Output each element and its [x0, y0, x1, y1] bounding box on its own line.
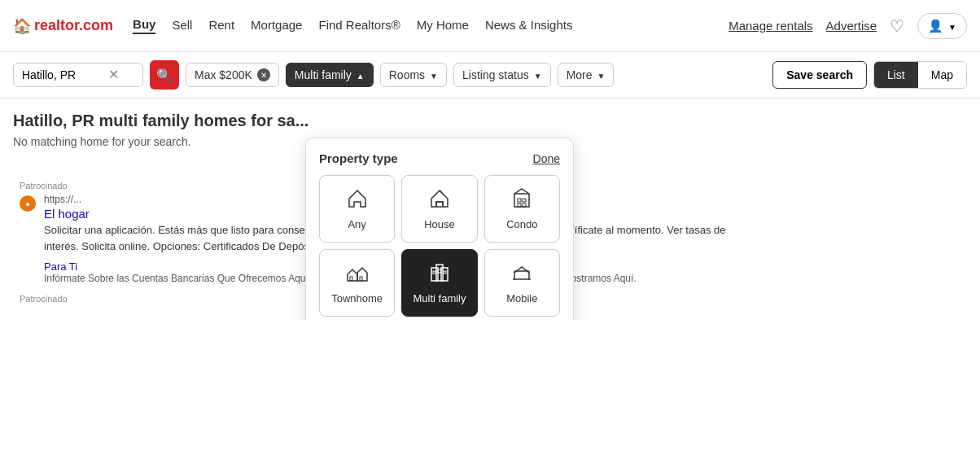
svg-rect-13 — [444, 271, 446, 274]
property-option-house[interactable]: House — [401, 175, 477, 243]
svg-rect-9 — [441, 268, 448, 281]
logo-icon: 🏠 — [13, 17, 31, 35]
property-type-chip[interactable]: Multi family — [286, 63, 374, 87]
more-label: More — [567, 68, 593, 81]
nav-buy[interactable]: Buy — [133, 17, 155, 34]
any-icon — [346, 187, 369, 213]
property-option-townhome[interactable]: Townhome — [319, 249, 395, 317]
nav-my-home[interactable]: My Home — [417, 18, 469, 33]
ad-link-para-ti-title[interactable]: Para Ti — [44, 260, 311, 273]
location-input[interactable] — [22, 68, 103, 81]
townhome-label: Townhome — [331, 292, 383, 304]
search-icon: 🔍 — [156, 68, 173, 83]
townhome-icon — [346, 261, 369, 287]
property-option-mobile[interactable]: Mobile — [484, 249, 560, 317]
top-right-actions: Manage rentals Advertise ♡ 👤 — [728, 13, 967, 39]
rooms-chevron — [430, 68, 438, 81]
favorites-button[interactable]: ♡ — [890, 16, 904, 36]
location-input-wrap: ✕ — [13, 63, 143, 87]
logo[interactable]: 🏠 realtor.com — [13, 17, 113, 35]
house-label: House — [424, 218, 455, 230]
property-type-chevron-up — [357, 68, 365, 81]
map-view-button[interactable]: Map — [918, 62, 966, 88]
svg-rect-8 — [431, 268, 438, 281]
user-menu-chevron — [948, 19, 956, 33]
property-option-multifamily[interactable]: Multi family — [401, 249, 477, 317]
svg-rect-12 — [433, 271, 435, 274]
view-toggle: List Map — [873, 61, 967, 89]
nav-rent[interactable]: Rent — [208, 18, 234, 33]
property-option-condo[interactable]: Condo — [484, 175, 560, 243]
any-label: Any — [348, 218, 365, 230]
condo-icon — [510, 187, 533, 213]
search-bar: ✕ 🔍 Max $200K ✕ Multi family Rooms Listi… — [0, 52, 980, 98]
ad-link-para-ti: Para Ti Infórmate Sobre las Cuentas Banc… — [44, 260, 311, 284]
svg-rect-14 — [514, 271, 529, 279]
multifamily-label: Multi family — [413, 292, 466, 304]
clear-location-button[interactable]: ✕ — [108, 68, 119, 81]
done-button[interactable]: Done — [533, 152, 560, 165]
svg-rect-1 — [514, 194, 529, 207]
property-type-grid: Any House — [319, 175, 560, 320]
ad-link-para-ti-desc: Infórmate Sobre las Cuentas Bancarias Qu… — [44, 273, 311, 284]
house-icon — [428, 187, 451, 213]
user-icon: 👤 — [928, 19, 943, 33]
rooms-chip[interactable]: Rooms — [380, 63, 447, 87]
listing-status-chip[interactable]: Listing status — [453, 63, 551, 87]
rooms-label: Rooms — [389, 68, 425, 81]
svg-rect-0 — [436, 202, 443, 207]
mobile-icon — [510, 261, 533, 287]
manage-rentals-link[interactable]: Manage rentals — [728, 19, 812, 33]
condo-label: Condo — [506, 218, 537, 230]
property-option-any[interactable]: Any — [319, 175, 395, 243]
nav-sell[interactable]: Sell — [172, 18, 192, 33]
listing-status-label: Listing status — [462, 68, 529, 81]
user-menu-button[interactable]: 👤 — [917, 13, 967, 39]
multifamily-icon — [428, 261, 451, 287]
more-chip[interactable]: More — [558, 63, 615, 87]
logo-text: realtor.com — [34, 17, 113, 34]
svg-rect-3 — [523, 199, 526, 202]
save-search-button[interactable]: Save search — [772, 61, 867, 89]
ad-icon-1: ● — [20, 195, 36, 212]
property-type-label: Multi family — [295, 68, 352, 81]
max-price-label: Max $200K — [195, 68, 252, 81]
svg-rect-2 — [518, 199, 521, 202]
advertise-link[interactable]: Advertise — [826, 19, 877, 33]
dropdown-header: Property type Done — [319, 151, 560, 165]
search-button[interactable]: 🔍 — [150, 60, 179, 90]
nav-mortgage[interactable]: Mortgage — [251, 18, 302, 33]
list-view-button[interactable]: List — [874, 62, 918, 88]
max-price-chip[interactable]: Max $200K ✕ — [186, 63, 279, 87]
mobile-label: Mobile — [506, 292, 537, 304]
top-navigation: 🏠 realtor.com Buy Sell Rent Mortgage Fin… — [0, 0, 980, 52]
remove-max-price-icon[interactable]: ✕ — [257, 68, 270, 81]
property-type-dropdown: Property type Done Any — [305, 138, 574, 320]
dropdown-title: Property type — [319, 151, 398, 165]
more-chevron — [597, 68, 606, 81]
listing-status-chevron — [534, 68, 542, 81]
nav-news-insights[interactable]: News & Insights — [485, 18, 573, 33]
main-nav: Buy Sell Rent Mortgage Find Realtors® My… — [133, 17, 728, 34]
page-title: Hatillo, PR multi family homes for sa... — [13, 112, 967, 130]
nav-find-realtors[interactable]: Find Realtors® — [318, 18, 400, 33]
